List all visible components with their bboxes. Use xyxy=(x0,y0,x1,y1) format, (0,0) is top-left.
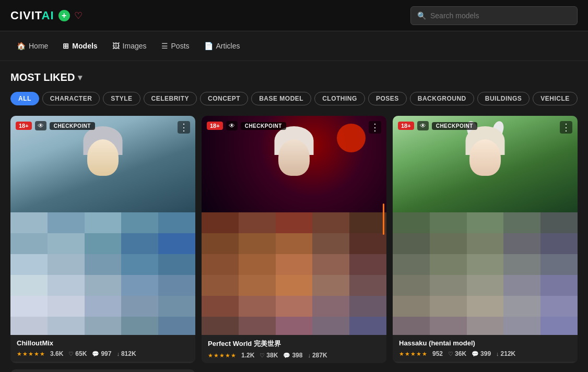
card-badges-1: 18+ 👁 CHECKPOINT xyxy=(16,121,95,130)
card-chilloutmix[interactable]: 18+ 👁 CHECKPOINT ⋮ ChilloutMix ★ ★ ★ ★ ★… xyxy=(10,116,195,363)
card-stats-3: ★ ★ ★ ★ ★ 952 ♡ 36K 💬 399 xyxy=(399,350,571,357)
cat-character[interactable]: CHARACTER xyxy=(42,92,100,105)
stars-2: ★ ★ ★ ★ ★ xyxy=(208,352,236,359)
rating-count-1: 3.6K xyxy=(50,350,63,357)
downloads-val-2: 287K xyxy=(312,352,327,359)
card-menu-1[interactable]: ⋮ xyxy=(178,121,190,134)
comments-stat-1: 💬 997 xyxy=(92,350,111,357)
download-icon-2: ↓ xyxy=(308,352,311,358)
badge-18-3: 18+ xyxy=(398,122,414,130)
cat-buildings[interactable]: BUILDINGS xyxy=(477,92,530,105)
cat-celebrity[interactable]: CELEBRITY xyxy=(144,92,197,105)
comments-stat-3: 💬 399 xyxy=(472,350,491,357)
posts-icon: ☰ xyxy=(161,42,168,50)
star-3: ★ xyxy=(28,351,33,357)
star-2: ★ xyxy=(22,351,28,357)
chevron-down-icon: ▾ xyxy=(78,73,82,82)
nav-posts-label: Posts xyxy=(171,42,190,50)
card-partial[interactable]: CHECKPOINT ⋮ xyxy=(10,369,195,372)
nav-articles[interactable]: 📄 Articles xyxy=(198,39,246,53)
search-input[interactable] xyxy=(430,11,571,20)
card-footer-2: Perfect World 完美世界 ★ ★ ★ ★ ★ 1.2K ♡ 38K xyxy=(202,335,386,363)
scrollbar-2[interactable] xyxy=(383,203,384,235)
badge-checkpoint-3: CHECKPOINT xyxy=(432,122,477,130)
cat-background[interactable]: BACKGROUND xyxy=(410,92,474,105)
card-title-3: Hassaku (hentai model) xyxy=(399,339,571,347)
comment-icon-2: 💬 xyxy=(283,352,290,359)
card-image-3 xyxy=(393,116,578,335)
nav-posts[interactable]: ☰ Posts xyxy=(155,39,196,53)
categories-bar: ALL CHARACTER STYLE CELEBRITY CONCEPT BA… xyxy=(10,92,578,105)
rating-count-3: 952 xyxy=(432,350,443,357)
card-blur-3 xyxy=(393,212,578,335)
stars-1: ★ ★ ★ ★ ★ xyxy=(17,351,45,357)
downloads-stat-1: ↓ 812K xyxy=(116,350,136,357)
card-partial-3 xyxy=(393,369,578,372)
likes-stat-1: ♡ 65K xyxy=(68,350,87,357)
content: MOST LIKED ▾ ALL CHARACTER STYLE CELEBRI… xyxy=(0,61,588,372)
comments-val-1: 997 xyxy=(101,350,111,357)
heart-stat-icon-2: ♡ xyxy=(260,352,265,359)
card-footer-3: Hassaku (hentai model) ★ ★ ★ ★ ★ 952 ♡ 3… xyxy=(393,335,578,362)
card-title-1: ChilloutMix xyxy=(17,339,189,347)
badge-eye-3: 👁 xyxy=(417,121,429,130)
home-icon: 🏠 xyxy=(17,42,26,50)
nav-models-label: Models xyxy=(72,42,97,50)
search-bar: 🔍 xyxy=(410,6,578,25)
badge-eye-1: 👁 xyxy=(35,121,46,130)
cat-vehicle[interactable]: VEHICLE xyxy=(533,92,578,105)
card-blur-2 xyxy=(202,212,386,335)
sort-label: MOST LIKED xyxy=(10,71,75,83)
cat-poses[interactable]: POSES xyxy=(368,92,407,105)
card-stats-1: ★ ★ ★ ★ ★ 3.6K ♡ 65K 💬 997 xyxy=(17,350,189,357)
comment-icon-3: 💬 xyxy=(472,351,479,357)
likes-val-2: 38K xyxy=(266,352,278,359)
nav: 🏠 Home ⊞ Models 🖼 Images ☰ Posts 📄 Artic… xyxy=(0,31,588,61)
nav-articles-label: Articles xyxy=(216,42,240,50)
likes-val-3: 36K xyxy=(455,350,466,357)
logo-ai: AI xyxy=(42,9,54,22)
cat-style[interactable]: STYLE xyxy=(103,92,140,105)
cat-all[interactable]: ALL xyxy=(10,92,39,105)
star-1: ★ xyxy=(17,351,22,357)
badge-18-1: 18+ xyxy=(16,122,32,130)
nav-models[interactable]: ⊞ Models xyxy=(56,39,103,53)
likes-val-1: 65K xyxy=(75,350,87,357)
cat-concept[interactable]: CONCEPT xyxy=(200,92,248,105)
card-badges-2: 18+ 👁 CHECKPOINT xyxy=(207,121,286,130)
heart-stat-icon-1: ♡ xyxy=(68,351,74,357)
rating-count-2: 1.2K xyxy=(241,352,254,359)
nav-home[interactable]: 🏠 Home xyxy=(10,39,54,53)
heart-icon[interactable]: ♡ xyxy=(74,10,83,21)
card-stats-2: ★ ★ ★ ★ ★ 1.2K ♡ 38K 💬 398 xyxy=(208,352,380,359)
card-partial-2 xyxy=(202,369,386,372)
badge-eye-2: 👁 xyxy=(226,121,238,130)
logo-text: CIVITAI xyxy=(10,9,54,22)
comments-val-2: 398 xyxy=(292,352,302,359)
logo: CIVITAI + ♡ xyxy=(10,9,83,22)
card-menu-3[interactable]: ⋮ xyxy=(560,121,572,134)
cards-grid: 18+ 👁 CHECKPOINT ⋮ ChilloutMix ★ ★ ★ ★ ★… xyxy=(10,116,578,363)
comments-stat-2: 💬 398 xyxy=(283,352,302,359)
card-menu-2[interactable]: ⋮ xyxy=(369,121,381,134)
sort-button[interactable]: MOST LIKED ▾ xyxy=(10,71,82,83)
cat-base-model[interactable]: BASE MODEL xyxy=(251,92,311,105)
download-icon-1: ↓ xyxy=(116,351,120,357)
card-footer-1: ChilloutMix ★ ★ ★ ★ ★ 3.6K ♡ 65K xyxy=(10,335,195,362)
download-icon-3: ↓ xyxy=(496,351,499,357)
models-icon: ⊞ xyxy=(63,42,69,50)
badge-checkpoint-2: CHECKPOINT xyxy=(241,122,286,130)
add-button[interactable]: + xyxy=(58,10,70,21)
nav-images[interactable]: 🖼 Images xyxy=(106,39,153,53)
likes-stat-3: ♡ 36K xyxy=(448,350,466,357)
comments-val-3: 399 xyxy=(480,350,491,357)
logo-civit: CIVIT xyxy=(10,9,42,22)
cat-clothing[interactable]: CLOTHING xyxy=(314,92,365,105)
card-perfectworld[interactable]: 18+ 👁 CHECKPOINT ⋮ Perfect World 完美世界 ★ … xyxy=(202,116,386,363)
badge-18-2: 18+ xyxy=(207,122,223,130)
card-hassaku[interactable]: 18+ 👁 CHECKPOINT ⋮ Hassaku (hentai model… xyxy=(393,116,578,363)
cards-row-2: CHECKPOINT ⋮ xyxy=(10,369,578,372)
downloads-stat-3: ↓ 212K xyxy=(496,350,515,357)
card-image-2 xyxy=(202,116,386,335)
downloads-stat-2: ↓ 287K xyxy=(308,352,327,359)
